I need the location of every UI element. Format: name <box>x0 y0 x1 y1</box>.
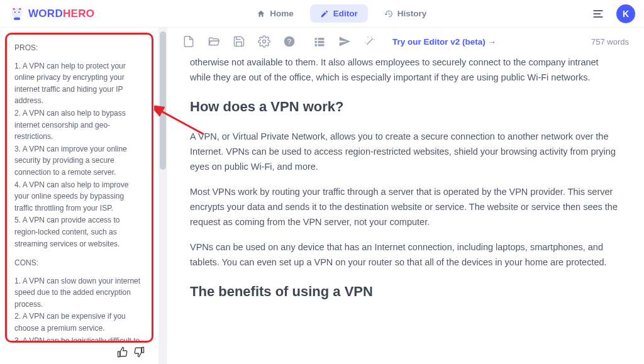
open-folder-icon[interactable] <box>208 35 220 48</box>
nav-home-label: Home <box>270 9 294 18</box>
editor-main: ? Try our Editor v2 (beta) → 757 words o… <box>167 28 644 364</box>
top-nav: Home Editor History <box>247 4 436 23</box>
paragraph: otherwise not available to them. It also… <box>190 55 621 85</box>
brand-text: WORDHERO <box>28 8 94 20</box>
history-icon <box>384 9 393 18</box>
nav-home[interactable]: Home <box>247 4 304 23</box>
svg-point-11 <box>263 40 266 43</box>
app-body: PROS: 1. A VPN can help to protect your … <box>0 28 644 364</box>
paragraph: VPNs can be used on any device that has … <box>190 240 621 270</box>
hamburger-icon <box>592 8 604 20</box>
nav-history-label: History <box>397 9 427 18</box>
list-icon[interactable] <box>313 35 326 48</box>
mascot-icon <box>9 6 25 22</box>
list-item: 5. A VPN can provide access to region-lo… <box>14 214 144 250</box>
svg-point-3 <box>14 11 16 13</box>
scrollbar-thumb[interactable] <box>160 31 166 170</box>
paragraph: A VPN, or Virtual Private Network, allow… <box>190 130 621 175</box>
list-item: 3. A VPN can be logistically difficult t… <box>14 335 144 343</box>
pros-header: PROS: <box>14 42 144 54</box>
home-icon <box>257 9 265 18</box>
header-right: K <box>589 4 635 23</box>
thumbs-down-icon[interactable] <box>133 346 145 358</box>
menu-button[interactable] <box>589 4 608 23</box>
feedback-buttons <box>5 343 153 358</box>
heading: The benefits of using a VPN <box>190 280 621 303</box>
svg-rect-14 <box>315 38 317 40</box>
svg-rect-6 <box>19 8 21 9</box>
ai-output-box: PROS: 1. A VPN can help to protect your … <box>5 33 153 343</box>
vertical-scrollbar[interactable] <box>158 28 167 364</box>
magic-wand-icon[interactable] <box>364 35 376 48</box>
editor-toolbar: ? Try our Editor v2 (beta) → 757 words <box>167 28 644 55</box>
svg-rect-7 <box>14 17 20 19</box>
list-item: 1. A VPN can help to protect your online… <box>14 60 144 107</box>
send-icon[interactable] <box>338 35 351 48</box>
svg-rect-16 <box>315 41 317 43</box>
user-avatar[interactable]: K <box>616 4 635 23</box>
svg-rect-5 <box>13 8 15 9</box>
thumbs-up-icon[interactable] <box>117 346 128 358</box>
nav-editor-label: Editor <box>333 9 358 18</box>
gear-icon[interactable] <box>258 35 270 48</box>
nav-editor[interactable]: Editor <box>310 4 368 23</box>
save-icon[interactable] <box>233 35 245 48</box>
word-count: 757 words <box>591 37 629 47</box>
svg-point-4 <box>18 11 19 13</box>
brand-logo[interactable]: WORDHERO <box>9 6 94 22</box>
help-icon[interactable]: ? <box>283 35 296 48</box>
svg-text:?: ? <box>287 37 292 45</box>
svg-rect-17 <box>318 41 325 43</box>
svg-rect-15 <box>318 38 325 40</box>
heading: How does a VPN work? <box>190 96 621 118</box>
list-item: 4. A VPN can also help to improve your o… <box>14 179 144 214</box>
list-item: 3. A VPN can improve your online securit… <box>14 143 144 179</box>
try-v2-link[interactable]: Try our Editor v2 (beta) → <box>392 37 496 47</box>
cons-header: CONS: <box>14 257 144 269</box>
app-header: WORDHERO Home Editor History K <box>0 0 644 28</box>
svg-rect-18 <box>315 44 317 46</box>
list-item: 2. A VPN can also help to bypass interne… <box>14 108 144 143</box>
ai-output-sidebar: PROS: 1. A VPN can help to protect your … <box>0 28 158 364</box>
nav-history[interactable]: History <box>374 4 437 23</box>
new-file-icon[interactable] <box>182 35 195 48</box>
pencil-icon <box>320 9 329 18</box>
list-item: 2. A VPN can be expensive if you choose … <box>14 311 144 334</box>
svg-rect-19 <box>318 44 325 46</box>
list-item: 1. A VPN can slow down your internet spe… <box>14 275 144 311</box>
avatar-initial: K <box>623 9 629 19</box>
paragraph: Most VPNs work by routing your traffic t… <box>190 185 621 230</box>
article-content[interactable]: otherwise not available to them. It also… <box>167 55 644 329</box>
